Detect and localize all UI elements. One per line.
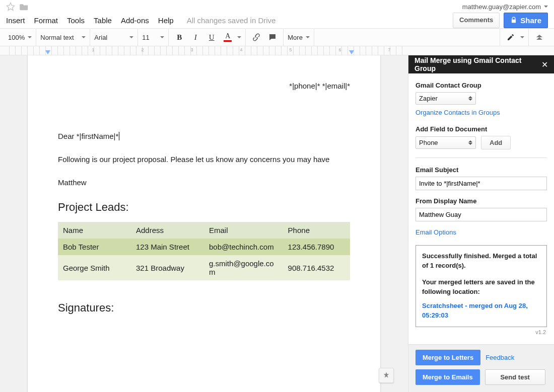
explore-button[interactable] <box>379 368 394 383</box>
ruler-tick: 5 <box>289 47 292 52</box>
email-options-link[interactable]: Email Options <box>416 228 456 236</box>
merge-letters-button[interactable]: Merge to Letters <box>416 350 480 365</box>
menu-table[interactable]: Table <box>94 16 112 25</box>
th-email[interactable]: Email <box>204 222 283 239</box>
font-value: Arial <box>94 34 107 41</box>
menu-tools[interactable]: Tools <box>67 16 85 25</box>
text-color-button[interactable]: A <box>221 31 234 44</box>
caret-icon <box>306 36 310 38</box>
from-display-input[interactable] <box>416 208 547 221</box>
star-icon[interactable] <box>6 2 15 11</box>
account-menu-caret-icon[interactable] <box>544 6 548 8</box>
cell-email[interactable]: g.smith@google.com <box>204 255 283 280</box>
add-field-select[interactable]: Phone <box>416 136 476 149</box>
more-label: More <box>288 34 303 41</box>
italic-button[interactable]: I <box>189 31 202 44</box>
share-button[interactable]: Share <box>504 13 548 28</box>
menu-help[interactable]: Help <box>158 16 174 25</box>
underline-button[interactable]: U <box>205 31 218 44</box>
sidebar-header: Mail Merge using Gmail Contact Group ✕ <box>408 55 554 73</box>
ruler-tick: 4 <box>240 47 242 52</box>
subject-input[interactable] <box>416 177 547 190</box>
th-phone[interactable]: Phone <box>283 222 350 239</box>
send-test-button[interactable]: Send test <box>485 369 545 385</box>
from-label: From Display Name <box>416 197 547 205</box>
table-row: George Smith 321 Broadway g.smith@google… <box>58 255 350 280</box>
save-status: All changes saved in Drive <box>187 16 276 25</box>
add-field-value: Phone <box>419 139 438 146</box>
cell-address[interactable]: 123 Main Street <box>131 239 204 255</box>
folder-icon[interactable] <box>19 3 29 11</box>
cell-address[interactable]: 321 Broadway <box>131 255 204 280</box>
zoom-value: 100% <box>8 34 25 41</box>
select-arrows-icon <box>468 96 472 101</box>
font-dropdown[interactable]: Arial <box>94 34 133 41</box>
account-email[interactable]: matthew.guay@zapier.com <box>462 3 541 11</box>
table-header-row: Name Address Email Phone <box>58 222 350 239</box>
share-label: Share <box>520 16 541 25</box>
bold-button[interactable]: B <box>173 31 186 44</box>
doc-body[interactable]: Following is our project proposal. Pleas… <box>58 153 350 166</box>
editing-mode-button[interactable] <box>504 31 517 44</box>
comments-button[interactable]: Comments <box>453 13 500 28</box>
lock-icon <box>510 17 517 24</box>
subject-label: Email Subject <box>416 166 547 174</box>
merge-emails-button[interactable]: Merge to Emails <box>416 369 480 385</box>
add-field-button[interactable]: Add <box>481 136 511 149</box>
main-area: *|phone|* *|email|* Dear *|firstName|* F… <box>0 55 554 392</box>
left-indent-marker-icon[interactable] <box>45 50 50 54</box>
cell-email[interactable]: bob@techinch.com <box>204 239 283 255</box>
th-address[interactable]: Address <box>131 222 204 239</box>
menu-insert[interactable]: Insert <box>6 16 25 25</box>
ruler-tick: 2 <box>141 47 144 52</box>
style-value: Normal text <box>40 34 74 41</box>
menu-format[interactable]: Format <box>34 16 58 25</box>
collapse-toolbar-button[interactable] <box>533 31 546 44</box>
ruler-tick: 7 <box>388 47 390 52</box>
leads-table[interactable]: Name Address Email Phone Bob Tester 123 … <box>58 222 350 280</box>
sidebar-title: Mail Merge using Gmail Contact Group <box>414 56 541 72</box>
paragraph-style-dropdown[interactable]: Normal text <box>40 34 86 41</box>
doc-signoff[interactable]: Matthew <box>58 177 350 189</box>
caret-icon <box>28 36 32 38</box>
app-root: matthew.guay@zapier.com Insert Format To… <box>0 0 554 392</box>
ruler-tick: 1 <box>92 47 94 52</box>
font-size-dropdown[interactable]: 11 <box>142 34 164 41</box>
editor-canvas[interactable]: *|phone|* *|email|* Dear *|firstName|* F… <box>0 55 408 392</box>
doc-greeting[interactable]: Dear *|firstName|* <box>58 132 119 140</box>
sidebar-footer: Merge to Letters Feedback Merge to Email… <box>408 344 554 392</box>
th-name[interactable]: Name <box>58 222 131 239</box>
leads-heading[interactable]: Project Leads: <box>58 201 350 214</box>
notice-line-2: Your merged letters are saved in the fol… <box>422 278 540 297</box>
merge-status-notice: Successfully finished. Merged a total of… <box>416 245 547 327</box>
organize-contacts-link[interactable]: Organize Contacts in Groups <box>416 109 500 116</box>
ruler-tick: 6 <box>338 47 341 52</box>
cell-phone[interactable]: 123.456.7890 <box>283 239 350 255</box>
caret-icon <box>82 36 86 38</box>
doc-header-fields[interactable]: *|phone|* *|email|* <box>58 71 350 90</box>
addon-version: v1.2 <box>416 329 546 335</box>
toolbar: 100% Normal text Arial 11 B I U A <box>0 28 554 46</box>
signatures-heading[interactable]: Signatures: <box>58 301 350 315</box>
cell-phone[interactable]: 908.716.4532 <box>283 255 350 280</box>
cell-name[interactable]: Bob Tester <box>58 239 131 255</box>
insert-link-button[interactable] <box>250 31 263 44</box>
contact-group-select[interactable]: Zapier <box>416 92 476 105</box>
text-cursor-icon <box>118 132 119 140</box>
ruler-tick: 3 <box>190 47 193 52</box>
right-indent-marker-icon[interactable] <box>349 50 354 54</box>
table-row: Bob Tester 123 Main Street bob@techinch.… <box>58 239 350 255</box>
merged-doc-link[interactable]: Scratchsheet - merged on Aug 28, 05:29:0… <box>422 301 540 321</box>
ruler[interactable]: 1 2 3 4 5 6 7 <box>0 46 554 55</box>
close-icon[interactable]: ✕ <box>541 60 548 69</box>
menu-bar: Insert Format Tools Table Add-ons Help A… <box>0 12 554 28</box>
size-value: 11 <box>142 34 149 41</box>
menu-addons[interactable]: Add-ons <box>121 16 149 25</box>
more-dropdown[interactable]: More <box>288 34 310 41</box>
select-arrows-icon <box>468 140 472 145</box>
document-page[interactable]: *|phone|* *|email|* Dear *|firstName|* F… <box>28 55 380 392</box>
zoom-dropdown[interactable]: 100% <box>8 34 32 41</box>
feedback-link[interactable]: Feedback <box>486 354 514 361</box>
insert-comment-button[interactable] <box>266 31 279 44</box>
cell-name[interactable]: George Smith <box>58 255 131 280</box>
